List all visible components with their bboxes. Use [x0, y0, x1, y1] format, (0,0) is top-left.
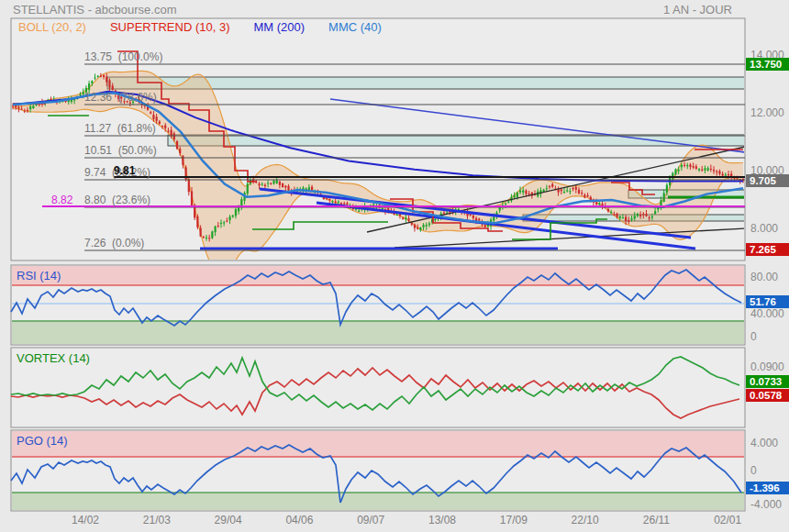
level-label-8-82: 8.82	[51, 194, 72, 205]
rsi-badge-0: 51.76	[746, 295, 789, 308]
fib-label-5: 8.80 (23.6%)	[84, 194, 150, 205]
vortex-badge-0: 0.0733	[746, 375, 789, 388]
price-tick-1: 12.000	[750, 107, 784, 118]
fib-label-1: 12.36 (78.6%)	[84, 92, 157, 103]
vortex-title: VORTEX (14)	[17, 352, 90, 364]
price-tick-3: 8.000	[750, 223, 778, 234]
x-axis-label-6: 17/09	[500, 515, 528, 526]
fib-label-2: 11.27 (61.8%)	[84, 123, 156, 134]
chart-canvas[interactable]	[0, 0, 789, 532]
pgo-tick-0: 4.000	[750, 438, 778, 449]
legend-item-1[interactable]: SUPERTREND (10, 3)	[110, 21, 230, 33]
fib-label-3: 10.51 (50.0%)	[84, 145, 157, 156]
rsi-tick-2: 0	[750, 331, 757, 342]
x-axis-label-0: 14/02	[72, 515, 99, 526]
fib-label-6: 7.26 (0.0%)	[84, 238, 144, 249]
pgo-title: PGO (14)	[17, 435, 68, 447]
legend-item-3[interactable]: MMC (40)	[328, 21, 382, 33]
chart-title: STELLANTIS - abcbourse.com	[13, 4, 176, 16]
x-axis-label-5: 13/08	[428, 515, 456, 526]
fib-label-0: 13.75 (100.0%)	[84, 51, 162, 62]
level-label-9-81: 9.81	[114, 165, 135, 176]
price-badge-0: 13.750	[746, 58, 789, 71]
x-axis-label-3: 04/06	[285, 515, 313, 526]
x-axis-label-2: 29/04	[215, 515, 242, 526]
rsi-title: RSI (14)	[17, 270, 61, 282]
pgo-badge-0: -1.396	[746, 482, 789, 494]
rsi-tick-0: 80.00	[750, 272, 778, 283]
x-axis-label-9: 02/01	[714, 515, 741, 526]
x-axis-label-4: 09/07	[357, 515, 384, 526]
x-axis-label-1: 21/03	[143, 515, 171, 526]
price-badge-2: 7.265	[746, 243, 789, 256]
period-label[interactable]: 1 AN - JOUR	[663, 4, 732, 16]
vortex-badge-1: 0.0578	[746, 389, 789, 402]
vortex-tick-0: 0.0900	[750, 361, 784, 372]
legend-item-2[interactable]: MM (200)	[253, 21, 305, 33]
stock-chart-app: STELLANTIS - abcbourse.com 1 AN - JOUR B…	[0, 0, 789, 532]
pgo-tick-2: -4.000	[750, 499, 782, 510]
x-axis-label-8: 26/11	[643, 515, 670, 526]
pgo-tick-1: 0	[750, 465, 757, 476]
price-badge-1: 9.705	[746, 174, 789, 187]
legend-item-0[interactable]: BOLL (20, 2)	[18, 21, 86, 33]
x-axis-label-7: 22/10	[572, 515, 599, 526]
rsi-tick-1: 40.000	[750, 308, 784, 319]
